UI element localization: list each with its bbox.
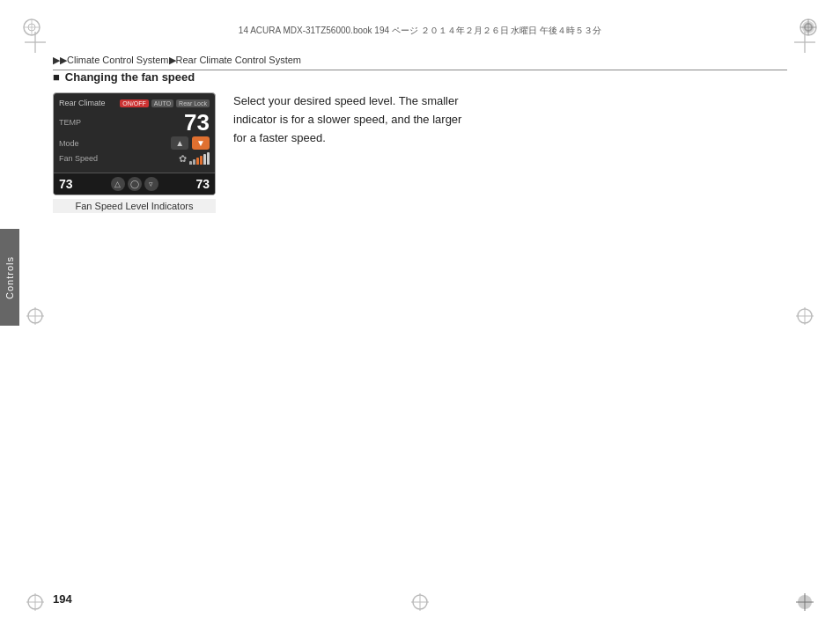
fan-bar-1: [189, 161, 192, 165]
fan-speed-controls: ✿: [179, 152, 210, 165]
file-info: 14 ACURA MDX-31TZ56000.book 194 ページ ２０１４…: [53, 25, 787, 37]
reg-mark-top-right-inner: [794, 32, 815, 53]
main-content: Changing the fan speed Rear Climate ON/O…: [53, 70, 787, 579]
reg-mark-mid-right: [794, 305, 815, 327]
description-text: Select your desired speed level. The sma…: [233, 92, 787, 147]
mode-icon-2: ▼: [192, 136, 210, 150]
fan-speed-label: Fan Speed: [59, 154, 99, 163]
climate-onoff-btn: ON/OFF: [120, 99, 148, 107]
climate-rearlock-btn: Rear Lock: [176, 99, 210, 107]
climate-panel: Rear Climate ON/OFF AUTO Rear Lock TEMP …: [53, 92, 216, 195]
bottom-btn-2: ◯: [128, 177, 142, 191]
fan-bar-3: [196, 158, 199, 165]
breadcrumb: ▶▶Climate Control System▶Rear Climate Co…: [53, 55, 787, 70]
panel-caption: Fan Speed Level Indicators: [53, 199, 216, 213]
fan-bar-6: [207, 152, 210, 165]
description-line3: for a faster speed.: [233, 131, 326, 144]
climate-temp-row: TEMP 73: [59, 111, 210, 134]
climate-fan-row: Fan Speed ✿: [59, 152, 210, 165]
reg-mark-bottom-left: [25, 592, 46, 613]
mode-label: Mode: [59, 139, 99, 148]
reg-mark-top-left-inner: [25, 32, 46, 53]
bottom-right-temp: 73: [195, 177, 210, 191]
climate-panel-container: Rear Climate ON/OFF AUTO Rear Lock TEMP …: [53, 92, 216, 213]
section-heading: Changing the fan speed: [53, 70, 787, 84]
climate-topbar: Rear Climate ON/OFF AUTO Rear Lock: [59, 99, 210, 107]
side-tab-label: Controls: [4, 256, 15, 299]
description-line2: indicator is for a slower speed, and the…: [233, 113, 461, 126]
bottom-vent-icons: △ ◯ ▿: [111, 177, 158, 191]
temp-label: TEMP: [59, 118, 81, 127]
reg-mark-bottom-right: [794, 592, 815, 613]
page-number: 194: [53, 592, 72, 606]
bottom-btn-1: △: [111, 177, 125, 191]
mode-icons: ▲ ▼: [171, 136, 210, 150]
climate-panel-title: Rear Climate: [59, 99, 117, 107]
fan-bar-5: [203, 154, 206, 165]
description-line1: Select your desired speed level. The sma…: [233, 94, 459, 107]
climate-mode-row: Mode ▲ ▼: [59, 136, 210, 150]
bottom-left-temp: 73: [59, 177, 73, 191]
fan-bar-2: [193, 159, 195, 165]
reg-mark-mid-left: [25, 305, 46, 327]
fan-bars: [189, 152, 210, 165]
mode-icon-1: ▲: [171, 136, 188, 150]
reg-mark-bottom-center: [409, 592, 431, 613]
temp-value: 73: [184, 111, 210, 134]
controls-side-tab: Controls: [0, 229, 19, 326]
content-row: Rear Climate ON/OFF AUTO Rear Lock TEMP …: [53, 92, 787, 213]
fan-icon: ✿: [179, 153, 187, 165]
climate-bottom-bar: 73 △ ◯ ▿ 73: [54, 173, 215, 195]
fan-bar-4: [200, 156, 203, 165]
climate-auto-btn: AUTO: [151, 99, 173, 107]
bottom-btn-3: ▿: [144, 177, 158, 191]
